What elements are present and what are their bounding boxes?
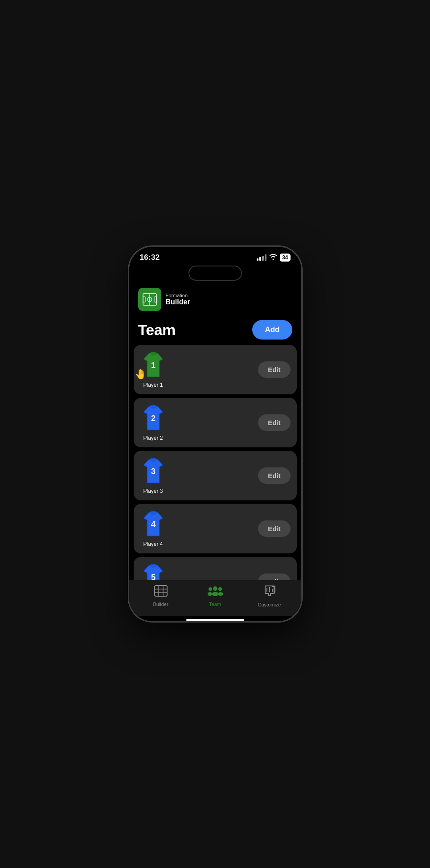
customize-icon	[262, 585, 277, 600]
player-card: 3 Player 3Edit	[134, 451, 297, 500]
player-list: 1 🤚Player 1Edit 2 Player 2Edit 3 Player …	[129, 345, 301, 580]
nav-item-customize[interactable]: Customize	[242, 585, 297, 607]
svg-point-20	[212, 592, 218, 596]
player-card: 4 Player 4Edit	[134, 504, 297, 553]
phone-inner: 16:32 34	[129, 247, 301, 621]
jersey-container: 1 🤚	[140, 351, 167, 380]
jersey-container: 5	[140, 563, 167, 580]
battery-icon: 34	[280, 254, 290, 262]
wifi-icon	[269, 254, 277, 262]
edit-button[interactable]: Edit	[258, 573, 290, 580]
home-indicator	[186, 619, 244, 621]
player-left: 4 Player 4	[140, 510, 167, 547]
nav-label-team: Team	[209, 602, 221, 607]
svg-rect-14	[155, 585, 167, 596]
app-subtitle: Formation	[166, 293, 190, 298]
nav-label-builder: Builder	[153, 602, 168, 607]
side-button-right	[301, 336, 302, 367]
status-time: 16:32	[140, 253, 160, 262]
bottom-nav: Builder Team	[129, 580, 301, 616]
svg-text:3: 3	[151, 467, 155, 476]
builder-icon	[154, 585, 168, 600]
app-title: Builder	[166, 298, 190, 306]
jersey-container: 4	[140, 510, 167, 539]
svg-point-19	[213, 586, 217, 591]
player-left: 1 🤚Player 1	[140, 351, 167, 388]
svg-point-21	[209, 587, 212, 591]
player-card: 2 Player 2Edit	[134, 398, 297, 447]
player-name: Player 1	[143, 382, 163, 388]
page-title: Team	[138, 321, 176, 339]
edit-button[interactable]: Edit	[258, 467, 290, 484]
app-header: Formation Builder	[129, 284, 301, 313]
svg-text:2: 2	[151, 414, 155, 423]
app-title-block: Formation Builder	[166, 293, 190, 306]
player-left: 5 Player 5	[140, 563, 167, 580]
player-left: 2 Player 2	[140, 404, 167, 441]
edit-button[interactable]: Edit	[258, 414, 290, 431]
status-icons: 34	[257, 254, 290, 262]
player-card: 5 Player 5Edit	[134, 557, 297, 580]
svg-text:1: 1	[151, 361, 155, 370]
dynamic-island	[188, 266, 242, 281]
player-name: Player 2	[143, 435, 163, 441]
nav-item-team[interactable]: Team	[188, 585, 242, 607]
player-name: Player 4	[143, 541, 163, 547]
team-icon	[208, 585, 223, 600]
nav-item-builder[interactable]: Builder	[134, 585, 188, 607]
jersey-container: 3	[140, 457, 167, 486]
edit-button[interactable]: Edit	[258, 520, 290, 537]
svg-point-24	[218, 592, 223, 596]
add-button[interactable]: Add	[252, 320, 292, 340]
svg-text:4: 4	[151, 520, 155, 529]
svg-point-22	[208, 592, 213, 596]
jersey-container: 2	[140, 404, 167, 433]
player-left: 3 Player 3	[140, 457, 167, 494]
svg-point-6	[149, 299, 150, 300]
edit-button[interactable]: Edit	[258, 361, 290, 378]
svg-point-23	[218, 587, 222, 591]
phone-frame: 16:32 34	[128, 246, 302, 622]
signal-bars-icon	[257, 254, 266, 261]
nav-label-customize: Customize	[258, 602, 281, 607]
status-bar: 16:32 34	[129, 247, 301, 266]
svg-text:5: 5	[151, 573, 155, 580]
app-logo	[138, 288, 161, 311]
side-button-left	[128, 327, 129, 345]
player-card: 1 🤚Player 1Edit	[134, 345, 297, 394]
player-name: Player 3	[143, 488, 163, 494]
goalkeeper-hand-icon: 🤚	[135, 368, 147, 380]
page-header: Team Add	[129, 313, 301, 345]
